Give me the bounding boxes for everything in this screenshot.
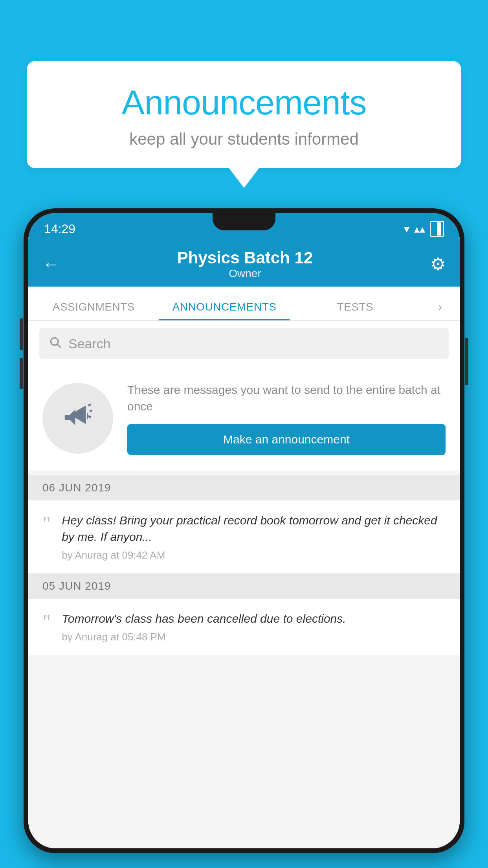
svg-line-1 xyxy=(57,344,60,347)
megaphone-icon xyxy=(62,399,94,438)
signal-icon: ▴▴ xyxy=(414,223,425,235)
tab-announcements[interactable]: ANNOUNCEMENTS xyxy=(159,301,290,320)
tab-more[interactable]: › xyxy=(420,301,460,320)
search-placeholder: Search xyxy=(68,336,111,351)
date-label-2: 05 JUN 2019 xyxy=(42,580,111,592)
prompt-right: These are messages you want to send to t… xyxy=(127,382,446,455)
app-bar: ← Physics Batch 12 Owner ⚙ xyxy=(28,241,460,287)
phone-mockup: 14:29 ▾ ▴▴ ▐ ← Physics Batch 12 Owner ⚙ xyxy=(24,208,464,853)
announcement-prompt: These are messages you want to send to t… xyxy=(28,366,460,471)
quote-icon-2: " xyxy=(42,612,51,633)
app-bar-subtitle: Owner xyxy=(60,267,430,280)
speech-bubble-subtitle: keep all your students informed xyxy=(50,130,438,149)
wifi-icon: ▾ xyxy=(404,223,409,235)
phone-volume-up-button xyxy=(20,318,23,350)
make-announcement-button[interactable]: Make an announcement xyxy=(127,424,446,455)
app-bar-title: Physics Batch 12 xyxy=(60,248,430,267)
search-container: Search xyxy=(28,321,460,366)
phone-screen: 14:29 ▾ ▴▴ ▐ ← Physics Batch 12 Owner ⚙ xyxy=(28,213,460,848)
speech-bubble-arrow xyxy=(229,168,259,188)
search-icon xyxy=(49,335,61,352)
content-area: Search xyxy=(28,321,460,848)
speech-bubble-section: Announcements keep all your students inf… xyxy=(27,61,461,188)
speech-bubble-card: Announcements keep all your students inf… xyxy=(27,61,461,168)
tabs-bar: ASSIGNMENTS ANNOUNCEMENTS TESTS › xyxy=(28,287,460,321)
announcement-message-1: Hey class! Bring your practical record b… xyxy=(62,512,446,545)
announcement-message-2: Tomorrow's class has been cancelled due … xyxy=(62,611,446,627)
date-label-1: 06 JUN 2019 xyxy=(42,482,111,494)
announcement-item-2[interactable]: " Tomorrow's class has been cancelled du… xyxy=(28,599,460,655)
back-button[interactable]: ← xyxy=(42,254,60,274)
battery-icon: ▐ xyxy=(430,221,444,237)
announcement-item-1[interactable]: " Hey class! Bring your practical record… xyxy=(28,500,460,574)
quote-icon-1: " xyxy=(42,514,51,534)
announcement-text-block-1: Hey class! Bring your practical record b… xyxy=(62,512,446,561)
announcement-meta-2: by Anurag at 05:48 PM xyxy=(62,631,446,643)
date-divider-1: 06 JUN 2019 xyxy=(28,475,460,500)
status-time: 14:29 xyxy=(44,222,75,236)
tab-tests[interactable]: TESTS xyxy=(290,301,420,320)
tab-assignments[interactable]: ASSIGNMENTS xyxy=(28,301,159,320)
svg-line-4 xyxy=(88,416,91,417)
status-icons: ▾ ▴▴ ▐ xyxy=(404,221,444,237)
phone-power-button xyxy=(465,338,468,385)
megaphone-circle xyxy=(42,383,113,454)
phone-outer: 14:29 ▾ ▴▴ ▐ ← Physics Batch 12 Owner ⚙ xyxy=(24,208,464,853)
date-divider-2: 05 JUN 2019 xyxy=(28,574,460,599)
phone-volume-down-button xyxy=(20,358,23,389)
phone-notch xyxy=(213,213,275,230)
search-box[interactable]: Search xyxy=(39,328,449,359)
announcement-text-block-2: Tomorrow's class has been cancelled due … xyxy=(62,611,446,643)
svg-line-2 xyxy=(88,404,91,405)
prompt-description: These are messages you want to send to t… xyxy=(127,382,446,415)
app-bar-center: Physics Batch 12 Owner xyxy=(60,248,430,280)
announcement-meta-1: by Anurag at 09:42 AM xyxy=(62,549,446,561)
settings-button[interactable]: ⚙ xyxy=(430,254,446,274)
speech-bubble-title: Announcements xyxy=(50,83,438,123)
